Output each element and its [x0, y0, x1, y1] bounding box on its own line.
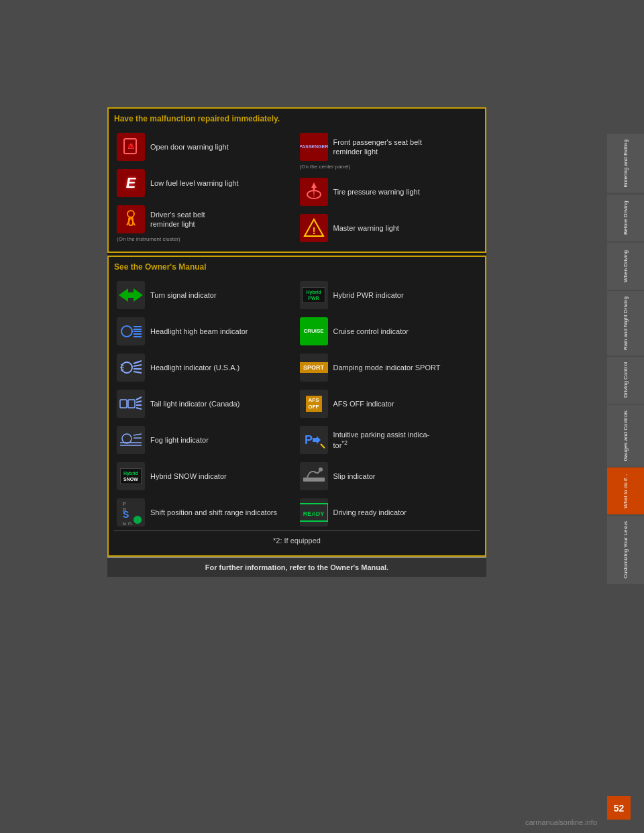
svg-line-31 [136, 397, 142, 400]
sidebar-tab-entering[interactable]: Entering and Exiting [607, 134, 644, 193]
parking-assist-label: Intuitive parking assist indica-tor*2 [333, 430, 430, 450]
turn-signal-icon [117, 281, 145, 309]
shift-position-label: Shift position and shift range indicator… [150, 508, 277, 517]
svg-text:!: ! [313, 190, 315, 198]
center-panel-note: (On the center panel) [300, 164, 478, 170]
headlight-high-label: Headlight high beam indicator [150, 327, 248, 336]
svg-rect-29 [120, 400, 127, 408]
list-item: P R S N D Shift position and shift range… [114, 494, 297, 531]
list-item: Tail light indicator (Canada) [114, 386, 297, 422]
afs-off-icon: AFS OFF [300, 390, 328, 418]
seatbelt-label: Driver's seat beltreminder light [150, 210, 205, 229]
sidebar-tab-when-driving[interactable]: When Driving [607, 243, 644, 290]
sidebar-tab-before-driving[interactable]: Before Driving [607, 195, 644, 241]
passenger-seatbelt-label: Front passenger's seat beltreminder ligh… [333, 137, 422, 157]
turn-signal-label: Turn signal indicator [150, 290, 217, 300]
master-warning-label: Master warning light [333, 223, 399, 233]
footer-bar: For further information, refer to the Ow… [107, 557, 486, 577]
indicators-right-col: Hybrid PWR Hybrid PWR indicator CRUISE C… [297, 277, 480, 531]
svg-text:D: D [128, 522, 131, 525]
sidebar-tab-customizing[interactable]: Customizing Your Lexus [607, 516, 644, 584]
cluster-note: (On the instrument cluster) [117, 236, 294, 242]
see-manual-header: See the Owner's Manual [114, 262, 480, 272]
tail-light-icon [117, 390, 145, 418]
sidebar-tab-driving-control[interactable]: Driving Control [607, 357, 644, 404]
svg-text:P: P [305, 433, 313, 447]
svg-text:⚠: ⚠ [127, 142, 135, 151]
hybrid-snow-icon: Hybrid SNOW [117, 462, 145, 490]
list-item: Slip indicator [297, 458, 480, 494]
watermark: carmanualsonline.info [525, 818, 597, 826]
malfunction-grid: ⚠ Open door warning light E Low fuel lev… [114, 129, 480, 246]
indicators-grid: Turn signal indicator Headlight h [114, 277, 480, 531]
svg-line-26 [133, 365, 142, 366]
malfunction-header: Have the malfunction repaired immediatel… [114, 114, 480, 123]
list-item: E Low fuel level warning light [114, 165, 297, 201]
fog-light-icon [117, 426, 145, 454]
hybrid-pwr-icon: Hybrid PWR [300, 281, 328, 309]
svg-marker-47 [313, 436, 321, 444]
sport-mode-label: Damping mode indicator SPORT [333, 363, 441, 372]
cruise-control-label: Cruise control indicator [333, 327, 409, 336]
list-item: ! Tire pressure warning light [297, 174, 480, 210]
sidebar-tab-gauges[interactable]: Gauges and Controls [607, 405, 644, 467]
list-item: ! Master warning light [297, 210, 480, 246]
headlight-usa-icon [117, 353, 145, 382]
open-door-icon: ⚠ [117, 133, 145, 161]
svg-point-3 [127, 211, 134, 217]
malfunction-left-col: ⚠ Open door warning light E Low fuel lev… [114, 129, 297, 246]
indicators-left-col: Turn signal indicator Headlight h [114, 277, 297, 531]
list-item: ⚠ Open door warning light [114, 129, 297, 165]
tire-pressure-icon: ! [300, 178, 328, 206]
right-sidebar: Entering and Exiting Before Driving When… [607, 134, 644, 584]
list-item: Headlight indicator (U.S.A.) [114, 349, 297, 386]
hybrid-snow-label: Hybrid SNOW indicator [150, 471, 227, 481]
svg-line-34 [136, 408, 142, 409]
malfunction-right-col: PASSENGER Front passenger's seat beltrem… [297, 129, 480, 246]
passenger-seatbelt-icon: PASSENGER [300, 133, 328, 161]
svg-text:!: ! [312, 225, 315, 236]
seatbelt-row: Driver's seat beltreminder light [117, 205, 294, 233]
slip-indicator-label: Slip indicator [333, 471, 376, 481]
svg-text:P: P [123, 502, 126, 506]
list-item: Turn signal indicator [114, 277, 297, 313]
seatbelt-icon [117, 205, 145, 233]
malfunction-section: Have the malfunction repaired immediatel… [107, 107, 486, 253]
list-item: Driver's seat beltreminder light (On the… [114, 201, 297, 246]
page-number: 52 [607, 796, 631, 820]
svg-line-32 [136, 401, 142, 402]
svg-line-49 [321, 444, 325, 448]
svg-text:N: N [123, 522, 126, 525]
tire-pressure-label: Tire pressure warning light [333, 187, 420, 197]
footnote: *2: If equipped [114, 531, 480, 550]
ready-indicator-icon: READY [300, 498, 328, 526]
footnote-text: *2: If equipped [273, 537, 321, 545]
list-item: Fog light indicator [114, 422, 297, 458]
fog-light-label: Fog light indicator [150, 435, 209, 445]
list-item: READY Driving ready indicator [297, 494, 480, 531]
svg-rect-50 [303, 478, 325, 482]
fuel-label: Low fuel level warning light [150, 178, 238, 188]
sidebar-tab-what-to-do[interactable]: What to do if... [607, 467, 644, 514]
svg-marker-48 [321, 436, 326, 440]
list-item: CRUISE Cruise control indicator [297, 313, 480, 349]
list-item: P Intuitive parking assist indica-tor*2 [297, 422, 480, 458]
slip-indicator-icon [300, 462, 328, 490]
svg-point-51 [319, 467, 323, 471]
svg-point-15 [121, 326, 132, 337]
list-item: Hybrid PWR Hybrid PWR indicator [297, 277, 480, 313]
hybrid-pwr-label: Hybrid PWR indicator [333, 290, 404, 300]
list-item: PASSENGER Front passenger's seat beltrem… [297, 129, 480, 174]
svg-line-25 [133, 361, 142, 364]
sidebar-tab-rain-night[interactable]: Rain and Night Driving [607, 291, 644, 355]
afs-off-label: AFS OFF indicator [333, 399, 394, 408]
svg-point-35 [122, 434, 131, 443]
headlight-usa-label: Headlight indicator (U.S.A.) [150, 363, 239, 372]
shift-position-icon: P R S N D [117, 498, 145, 526]
open-door-label: Open door warning light [150, 142, 229, 152]
list-item: AFS OFF AFS OFF indicator [297, 386, 480, 422]
parking-assist-icon: P [300, 426, 328, 454]
svg-text:S: S [123, 509, 129, 520]
svg-line-38 [133, 434, 142, 435]
passenger-row: PASSENGER Front passenger's seat beltrem… [300, 133, 478, 161]
